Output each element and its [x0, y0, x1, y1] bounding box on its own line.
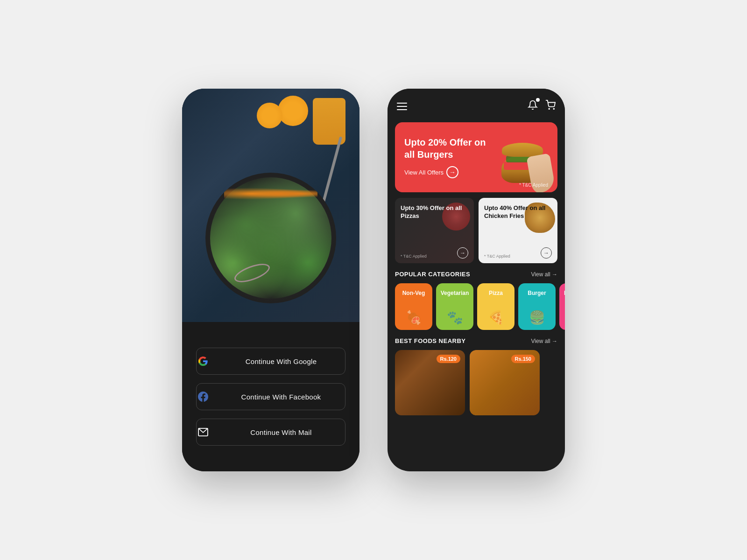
bestfoods-title: BEST FOODS NEARBY	[395, 337, 466, 344]
categories-title: POPULAR CATEGORIES	[395, 271, 470, 278]
cart-button[interactable]	[545, 100, 556, 113]
mail-button-label: Continue With Mail	[217, 428, 345, 436]
promo-chicken-text: Upto 40% Offer on all Chicken Fries	[484, 204, 552, 220]
promo-card-pizza[interactable]: Upto 30% Offer on all Pizzas * T&C Appli…	[395, 198, 474, 263]
menu-line-3	[397, 109, 407, 110]
non-veg-icon: 🍖	[406, 310, 422, 325]
notification-badge	[536, 98, 540, 102]
mail-icon	[197, 426, 210, 439]
bev-label: Bev...	[564, 290, 565, 296]
facebook-button-label: Continue With Facebook	[217, 393, 345, 401]
categories-row: Non-Veg 🍖 Vegetarian 🐾 Pizza 🍕 Burger 🍔	[395, 283, 557, 330]
vegetarian-label: Vegetarian	[441, 290, 469, 296]
hero-banner[interactable]: Upto 20% Offer on all Burgers View All O…	[395, 122, 557, 192]
google-icon	[197, 355, 210, 368]
promo-pizza-arrow[interactable]: →	[457, 247, 468, 259]
app-header	[388, 89, 565, 119]
promo-pizza-text: Upto 30% Offer on all Pizzas	[401, 204, 468, 220]
orange-half-2	[257, 103, 282, 128]
bestfoods-view-all[interactable]: View all →	[531, 338, 557, 344]
categories-view-all[interactable]: View all →	[531, 271, 557, 278]
continue-mail-button[interactable]: Continue With Mail	[196, 419, 345, 446]
promo-cards-row: Upto 30% Offer on all Pizzas * T&C Appli…	[395, 198, 557, 263]
notification-button[interactable]	[528, 100, 538, 113]
view-all-arrow: →	[446, 166, 458, 178]
hero-text-area: Upto 20% Offer on all Burgers View All O…	[404, 136, 497, 178]
header-icons	[528, 100, 556, 113]
bestfoods-section-header: BEST FOODS NEARBY View all →	[395, 337, 557, 344]
orange-half-1	[278, 96, 308, 126]
food-card-1[interactable]: Rs.120	[395, 350, 465, 415]
promo-chicken-tc: * T&C Applied	[484, 254, 510, 259]
categories-section-header: POPULAR CATEGORIES View all →	[395, 271, 557, 278]
promo-chicken-arrow[interactable]: →	[541, 247, 552, 259]
food-image	[182, 89, 359, 322]
salad-bowl	[205, 173, 336, 303]
category-burger[interactable]: Burger 🍔	[518, 283, 556, 330]
hamburger-menu[interactable]	[397, 103, 407, 110]
view-all-offers-label: View All Offers	[404, 169, 444, 176]
menu-line-1	[397, 103, 407, 104]
food-background	[182, 89, 359, 322]
svg-point-1	[549, 108, 550, 109]
vegetarian-icon: 🐾	[447, 310, 463, 325]
food-price-2: Rs.150	[511, 355, 535, 363]
app-content: Upto 20% Offer on all Burgers View All O…	[388, 119, 565, 471]
view-all-offers-link[interactable]: View All Offers →	[404, 166, 497, 178]
food-price-1: Rs.120	[437, 355, 460, 363]
food-card-2[interactable]: Rs.150	[470, 350, 540, 415]
hero-title: Upto 20% Offer on all Burgers	[404, 136, 497, 161]
facebook-icon	[197, 390, 210, 403]
right-phone: Upto 20% Offer on all Burgers View All O…	[388, 89, 565, 471]
category-beverages[interactable]: Bev... 🥤	[559, 283, 565, 330]
continue-facebook-button[interactable]: Continue With Facebook	[196, 383, 345, 410]
left-phone: Continue With Google Continue With Faceb…	[182, 89, 359, 471]
menu-line-2	[397, 106, 407, 107]
category-pizza[interactable]: Pizza 🍕	[477, 283, 514, 330]
promo-card-chicken[interactable]: Upto 40% Offer on all Chicken Fries * T&…	[479, 198, 557, 263]
bev-icon: 🥤	[563, 310, 565, 325]
continue-google-button[interactable]: Continue With Google	[196, 348, 345, 375]
hero-tc: * T&C Applied	[519, 182, 548, 188]
promo-pizza-tc: * T&C Applied	[401, 254, 427, 259]
phones-container: Continue With Google Continue With Faceb…	[182, 89, 565, 471]
foods-row: Rs.120 Rs.150	[395, 350, 557, 415]
category-vegetarian[interactable]: Vegetarian 🐾	[436, 283, 473, 330]
pizza-icon: 🍕	[488, 310, 504, 325]
category-non-veg[interactable]: Non-Veg 🍖	[395, 283, 432, 330]
auth-buttons-area: Continue With Google Continue With Faceb…	[182, 322, 359, 471]
non-veg-label: Non-Veg	[402, 290, 425, 296]
burger-label: Burger	[528, 290, 546, 296]
svg-point-2	[553, 108, 554, 109]
google-button-label: Continue With Google	[217, 357, 345, 365]
pizza-label: Pizza	[489, 290, 503, 296]
salad-carrots	[224, 187, 317, 201]
burger-icon: 🍔	[529, 310, 545, 325]
